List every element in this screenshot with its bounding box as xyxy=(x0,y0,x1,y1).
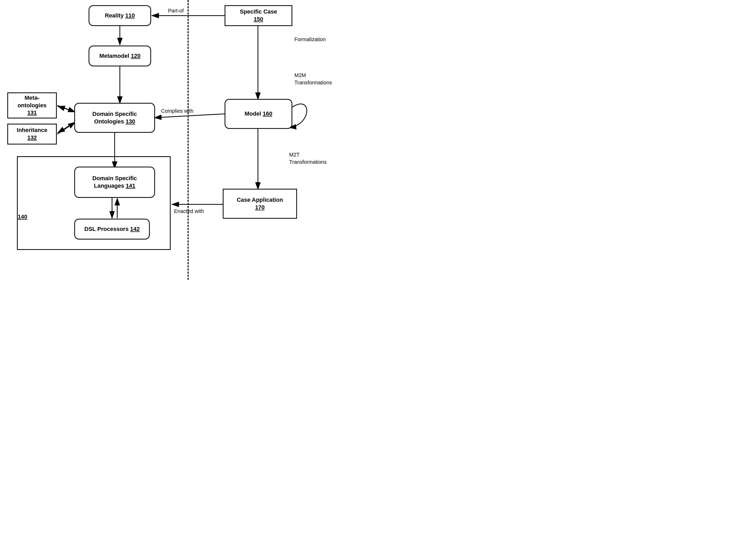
model-node: Model 160 xyxy=(225,99,292,129)
case-application-node: Case Application170 xyxy=(223,189,297,219)
complies-with-label: Complies with xyxy=(161,108,193,114)
outer-box-label: 140 xyxy=(18,214,27,220)
domain-specific-ontologies-node: Domain SpecificOntologies 130 xyxy=(74,103,155,133)
meta-ontologies-node: Meta-ontologies131 xyxy=(7,93,57,118)
svg-line-13 xyxy=(57,105,75,112)
inheritance-node: Inheritance132 xyxy=(7,124,57,144)
dsl-processors-node: DSL Processors 142 xyxy=(74,219,150,240)
dashed-divider xyxy=(188,0,189,280)
m2m-label: M2MTransformations xyxy=(294,72,332,86)
diagram: 140 Reality 110 Metamodel 120 Meta-ontol… xyxy=(0,0,377,280)
enacted-with-label: Enacted with xyxy=(174,208,204,214)
svg-line-7 xyxy=(155,114,227,118)
part-of-label: Part-of xyxy=(168,8,184,14)
formalization-label: Formalization xyxy=(294,37,326,42)
m2t-label: M2TTransformations xyxy=(289,151,327,165)
svg-line-14 xyxy=(57,122,75,134)
reality-node: Reality 110 xyxy=(89,5,151,26)
svg-line-15 xyxy=(58,106,76,112)
svg-line-16 xyxy=(58,122,76,133)
metamodel-node: Metamodel 120 xyxy=(89,45,151,66)
domain-specific-languages-node: Domain SpecificLanguages 141 xyxy=(74,167,155,198)
specific-case-node: Specific Case150 xyxy=(225,5,292,26)
